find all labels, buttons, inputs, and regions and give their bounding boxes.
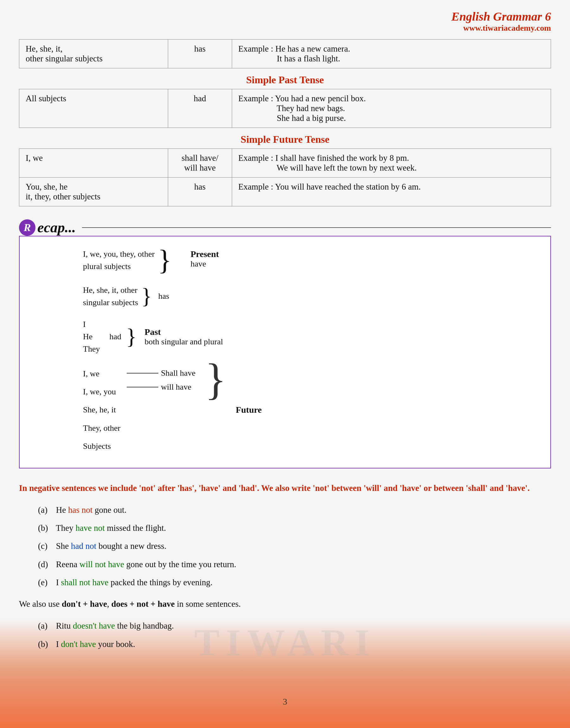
highlight-have-not: have not — [76, 523, 105, 533]
list-item: (b) I don't have your book. — [38, 636, 551, 652]
ex-label: (c) — [38, 538, 54, 554]
also-use-text: We also use don't + have, does + not + h… — [19, 597, 551, 612]
future-block: I, we I, we, you She, he, it They, other… — [83, 365, 538, 455]
negative-section: In negative sentences we include 'not' a… — [19, 481, 551, 652]
recap-circle: R — [19, 219, 35, 236]
list-item: (a) Ritu doesn't have the big handbag. — [38, 618, 551, 634]
past-tense-block: Past both singular and plural — [145, 327, 223, 346]
simple-past-title: Simple Past Tense — [19, 74, 551, 86]
highlight-has-not: has not — [68, 505, 92, 515]
present-verb: have — [191, 259, 219, 269]
future-label: Future — [236, 405, 262, 415]
ex-label: (e) — [38, 575, 54, 591]
future-arrows: Shall have will have — [127, 369, 195, 392]
present-label: Present — [191, 249, 219, 259]
present-tense-right: Present have — [191, 249, 219, 269]
singular-present-block: He, she, it, othersingular subjects } ha… — [83, 284, 538, 308]
highlight-had-not: had not — [71, 541, 96, 551]
arrow-row-2: will have — [127, 383, 195, 392]
bold-does-not-have: does + not + have — [111, 599, 175, 609]
dash-2 — [127, 387, 158, 388]
verb-cell: had — [168, 89, 232, 128]
header-url: www.tiwariacademy.com — [19, 23, 551, 33]
plural-subjects: I, we, you, they, otherplural subjects — [83, 248, 155, 272]
verb-cell: shall have/will have — [168, 149, 232, 177]
subject-cell: All subjects — [19, 89, 168, 128]
ex-label: (b) — [38, 520, 54, 536]
also-examples-list: (a) Ritu doesn't have the big handbag. (… — [38, 618, 551, 652]
example-cell: Example : He has a new camera. It has a … — [232, 40, 551, 68]
recap-header: R ecap... — [19, 219, 551, 236]
table-row: I, we shall have/will have Example : I s… — [19, 149, 551, 177]
example-cell: Example : You had a new pencil box. They… — [232, 89, 551, 128]
future-brace: } — [205, 361, 226, 397]
bold-dont-have: don't + have — [62, 599, 107, 609]
list-item: (e) I shall not have packed the things b… — [38, 575, 551, 591]
will-have: will have — [161, 383, 191, 392]
table-row: He, she, it,other singular subjects has … — [19, 40, 551, 68]
arrow-row-1: Shall have — [127, 369, 195, 378]
ex-label: (b) — [38, 636, 54, 652]
future-subjects: I, we I, we, you She, he, it They, other… — [83, 365, 120, 455]
shall-have: Shall have — [161, 369, 195, 378]
table-row: All subjects had Example : You had a new… — [19, 89, 551, 128]
ex-label: (d) — [38, 557, 54, 573]
simple-future-title: Simple Future Tense — [19, 134, 551, 145]
highlight-doesnt-have: doesn't have — [73, 621, 115, 631]
recap-divider — [82, 227, 551, 228]
highlight-will-not-have: will not have — [79, 560, 124, 569]
header-title: English Grammar 6 — [19, 9, 551, 23]
negative-examples-list: (a) He has not gone out. (b) They have n… — [38, 502, 551, 591]
list-item: (b) They have not missed the flight. — [38, 520, 551, 536]
negative-main-text: In negative sentences we include 'not' a… — [19, 481, 551, 496]
list-item: (d) Reena will not have gone out by the … — [38, 557, 551, 573]
page-number: 3 — [0, 697, 570, 707]
subject-cell: He, she, it,other singular subjects — [19, 40, 168, 68]
future-tense-label: Future — [236, 405, 262, 415]
table-row: You, she, heit, they, other subjects has… — [19, 177, 551, 206]
recap-box: I, we, you, they, otherplural subjects }… — [19, 236, 551, 469]
ex-label: (a) — [38, 618, 54, 634]
singular-subjects: He, she, it, othersingular subjects — [83, 284, 138, 308]
page-header: English Grammar 6 www.tiwariacademy.com — [19, 9, 551, 33]
present-block: I, we, you, they, otherplural subjects }… — [83, 246, 538, 274]
ex-label: (a) — [38, 502, 54, 518]
example-cell: Example : You will have reached the stat… — [232, 177, 551, 206]
dash-1 — [127, 373, 158, 374]
simple-future-table: I, we shall have/will have Example : I s… — [19, 148, 551, 206]
recap-title: ecap... — [37, 219, 76, 236]
verb-cell: has — [168, 177, 232, 206]
list-item: (a) He has not gone out. — [38, 502, 551, 518]
has-verb: has — [158, 291, 170, 301]
past-block: IHeThey had } Past both singular and plu… — [83, 318, 538, 355]
highlight-dont-have: don't have — [61, 639, 96, 649]
subject-cell: I, we — [19, 149, 168, 177]
list-item: (c) She had not bought a new dress. — [38, 538, 551, 554]
had-verb: had — [109, 332, 121, 341]
subject-cell: You, she, heit, they, other subjects — [19, 177, 168, 206]
simple-past-table: All subjects had Example : You had a new… — [19, 89, 551, 128]
verb-cell: has — [168, 40, 232, 68]
highlight-shall-not-have: shall not have — [61, 578, 108, 587]
negative-highlight: In negative sentences we include 'not' a… — [19, 483, 530, 493]
past-subjects: IHeThey — [83, 318, 100, 355]
present-tense-table: He, she, it,other singular subjects has … — [19, 39, 551, 68]
example-cell: Example : I shall have finished the work… — [232, 149, 551, 177]
past-desc: both singular and plural — [145, 337, 223, 346]
past-label: Past — [145, 327, 223, 337]
